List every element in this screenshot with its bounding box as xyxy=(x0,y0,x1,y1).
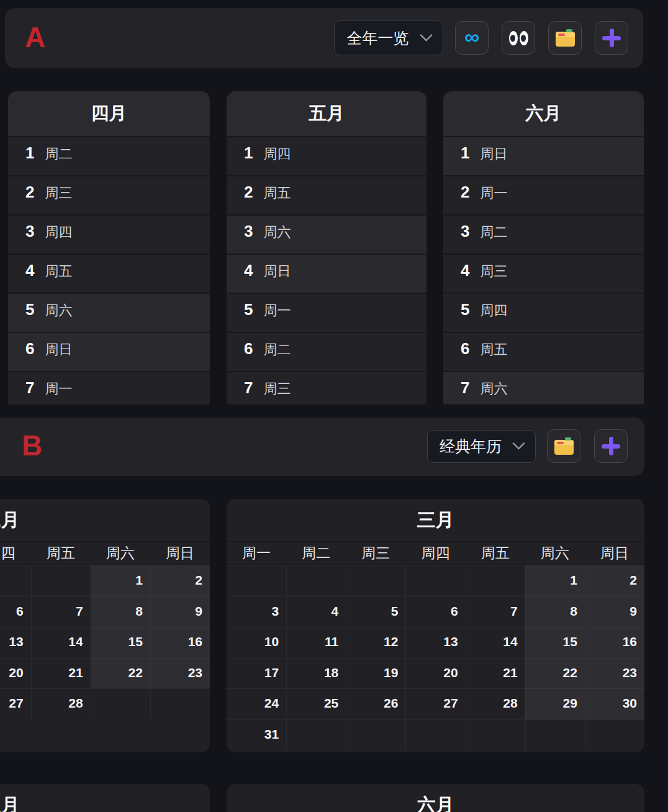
view-mode-dropdown-a[interactable]: 全年一览 xyxy=(334,21,443,55)
date-cell[interactable]: 23 xyxy=(150,658,210,689)
plus-button[interactable] xyxy=(594,429,628,463)
date-cell[interactable]: 21 xyxy=(31,658,91,689)
day-row[interactable]: 6周五 xyxy=(443,332,644,371)
date-cell[interactable]: 15 xyxy=(525,627,585,658)
date-cell[interactable]: 30 xyxy=(585,688,644,719)
date-cell[interactable]: 14 xyxy=(466,627,525,658)
date-cell[interactable]: 2 xyxy=(585,565,644,596)
day-row[interactable]: 4周三 xyxy=(443,253,644,293)
day-row[interactable]: 4周日 xyxy=(227,253,427,293)
day-number: 5 xyxy=(461,300,469,319)
empty-cell xyxy=(466,565,525,596)
date-cell[interactable]: 13 xyxy=(405,627,465,658)
day-row[interactable]: 7周一 xyxy=(8,371,210,404)
empty-cell xyxy=(150,688,210,719)
day-row[interactable]: 2周五 xyxy=(227,175,427,214)
date-cell[interactable]: 18 xyxy=(286,658,346,689)
day-row[interactable]: 3周二 xyxy=(443,214,644,253)
day-row[interactable]: 3周四 xyxy=(8,214,210,253)
date-cell[interactable]: 28 xyxy=(466,688,525,719)
day-row[interactable]: 2周一 xyxy=(443,175,644,214)
date-cell[interactable]: 22 xyxy=(91,658,150,689)
day-number: 7 xyxy=(461,378,469,397)
day-row[interactable]: 1周日 xyxy=(443,136,644,175)
folder-tab-red xyxy=(557,442,564,444)
empty-cell xyxy=(346,719,405,750)
date-cell[interactable]: 1 xyxy=(91,565,150,596)
date-cell[interactable]: 10 xyxy=(227,627,286,658)
date-cell[interactable]: 6 xyxy=(0,596,31,627)
day-row[interactable]: 5周六 xyxy=(8,293,210,332)
day-row[interactable]: 1周四 xyxy=(227,136,427,175)
empty-cell xyxy=(286,565,346,596)
date-cell[interactable]: 8 xyxy=(525,596,585,627)
date-cell[interactable]: 16 xyxy=(150,627,210,658)
day-row[interactable]: 5周四 xyxy=(443,293,644,332)
date-cell[interactable]: 22 xyxy=(525,658,585,689)
date-cell[interactable]: 29 xyxy=(525,688,585,719)
day-weekday: 周四 xyxy=(45,224,72,240)
date-cell[interactable]: 23 xyxy=(585,658,644,689)
date-cell[interactable]: 5 xyxy=(346,596,405,627)
day-weekday: 周六 xyxy=(263,224,291,240)
date-cell[interactable]: 28 xyxy=(31,688,91,719)
date-cell[interactable]: 19 xyxy=(346,658,405,689)
date-cell[interactable]: 21 xyxy=(466,658,525,689)
weekday-label: 周三 xyxy=(346,544,405,563)
date-cell[interactable]: 1 xyxy=(525,565,585,596)
date-cell[interactable]: 26 xyxy=(346,688,405,719)
empty-cell xyxy=(286,719,346,750)
eyes-button[interactable] xyxy=(502,21,535,55)
date-cell[interactable]: 4 xyxy=(286,596,346,627)
weekday-label: 周日 xyxy=(585,544,644,563)
day-row[interactable]: 6周日 xyxy=(8,332,210,371)
date-cell[interactable]: 15 xyxy=(91,627,150,658)
date-cell[interactable]: 27 xyxy=(405,688,465,719)
day-weekday: 周三 xyxy=(480,263,507,279)
date-cell[interactable]: 3 xyxy=(227,596,286,627)
date-cell[interactable]: 11 xyxy=(286,627,346,658)
date-cell[interactable]: 25 xyxy=(286,688,346,719)
date-cell[interactable]: 31 xyxy=(227,719,286,750)
date-cell[interactable]: 14 xyxy=(31,627,91,658)
date-cell[interactable]: 2 xyxy=(150,565,210,596)
date-cell[interactable]: 20 xyxy=(0,658,31,689)
date-cell[interactable]: 17 xyxy=(227,658,286,689)
view-mode-dropdown-b[interactable]: 经典年历 xyxy=(427,430,536,463)
plus-button[interactable] xyxy=(595,21,628,55)
date-cell[interactable]: 24 xyxy=(227,688,286,719)
card-index-button[interactable] xyxy=(547,429,580,463)
date-cell[interactable]: 7 xyxy=(466,596,525,627)
eye-left xyxy=(509,31,518,45)
day-number: 2 xyxy=(244,183,253,201)
day-row[interactable]: 7周三 xyxy=(227,371,427,404)
card-index-button[interactable] xyxy=(548,21,582,55)
day-number: 3 xyxy=(461,222,469,240)
chevron-down-icon xyxy=(419,29,432,42)
date-cell[interactable]: 7 xyxy=(31,596,91,627)
day-row[interactable]: 5周一 xyxy=(227,293,427,332)
day-row[interactable]: 6周二 xyxy=(227,332,427,371)
date-cell[interactable]: 9 xyxy=(150,596,210,627)
day-weekday: 周四 xyxy=(263,146,291,162)
day-weekday: 周五 xyxy=(480,342,507,357)
infinity-button[interactable]: ∞ xyxy=(455,21,489,55)
empty-cell xyxy=(405,565,465,596)
date-cell[interactable]: 16 xyxy=(585,627,644,658)
month-title: 三月 xyxy=(227,499,644,542)
date-cell[interactable]: 9 xyxy=(585,596,644,627)
date-cell[interactable]: 13 xyxy=(0,627,31,658)
chevron-down-icon xyxy=(512,437,525,450)
date-cell[interactable]: 27 xyxy=(0,688,31,719)
day-row[interactable]: 7周六 xyxy=(443,371,644,404)
day-row[interactable]: 3周六 xyxy=(227,214,427,253)
date-cell[interactable]: 6 xyxy=(405,596,465,627)
day-row[interactable]: 1周二 xyxy=(8,136,210,175)
date-cell[interactable]: 12 xyxy=(346,627,405,658)
infinity-icon: ∞ xyxy=(464,26,479,47)
day-row[interactable]: 2周三 xyxy=(8,175,210,214)
date-cell[interactable]: 20 xyxy=(405,658,465,689)
day-number: 3 xyxy=(25,222,34,240)
day-row[interactable]: 4周五 xyxy=(8,253,210,293)
date-cell[interactable]: 8 xyxy=(91,596,150,627)
